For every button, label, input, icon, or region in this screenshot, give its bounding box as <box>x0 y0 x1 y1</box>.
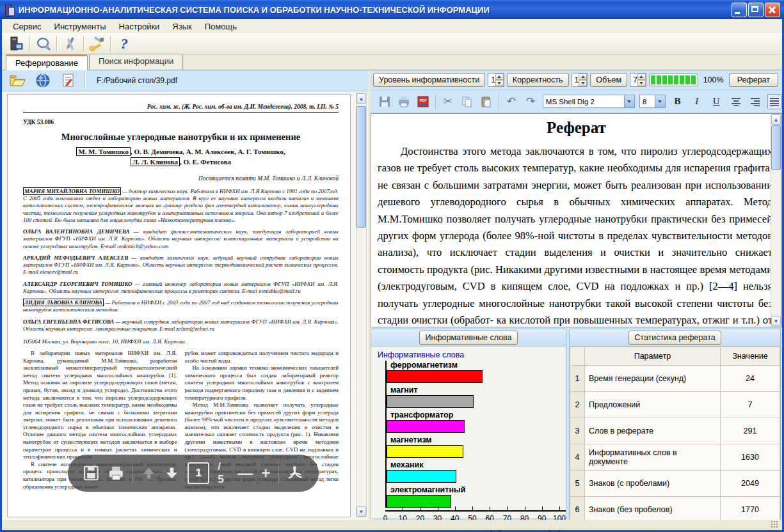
menu-service[interactable]: Сервис <box>7 20 47 33</box>
doc-paragraph: В лаборатории новых материалов НИФХИ им.… <box>23 350 177 461</box>
app-icon <box>4 4 15 16</box>
chart-bar <box>387 370 483 383</box>
row-number: 6 <box>570 497 585 523</box>
table-row[interactable]: 6Знаков (без пробелов)1770 <box>570 497 780 523</box>
search-button[interactable] <box>33 35 54 54</box>
referat-button[interactable]: Реферат <box>729 73 778 87</box>
scroll-down-icon[interactable]: ▼ <box>356 506 366 517</box>
maximize-button[interactable] <box>748 3 764 17</box>
minimize-button[interactable] <box>732 3 747 17</box>
web-source-button[interactable] <box>31 72 54 90</box>
open-file-button[interactable] <box>6 72 29 90</box>
value-column-header: Значение <box>721 347 780 366</box>
close-button[interactable] <box>765 3 780 17</box>
spin-down-icon[interactable] <box>637 80 646 86</box>
value-cell: 7 <box>721 392 780 418</box>
table-row[interactable]: 1Время генерации (секунд)24 <box>570 366 780 392</box>
italic-icon: I <box>695 96 698 107</box>
italic-button[interactable]: I <box>689 94 704 109</box>
copy-button[interactable] <box>460 94 474 109</box>
table-row[interactable]: 4Информативных слов в документе1630 <box>570 444 780 471</box>
menu-settings[interactable]: Настройки <box>113 20 166 33</box>
volume-spinner[interactable]: 7 <box>630 73 646 87</box>
volume-label[interactable]: Объем <box>590 73 627 87</box>
spin-up-icon[interactable] <box>637 74 646 80</box>
doc-author-name: , О. В. Демичева, А. М. Алексеев, А. Г. … <box>131 148 285 155</box>
print-button[interactable] <box>396 94 411 109</box>
spin-up-icon[interactable] <box>579 74 587 80</box>
resize-grip[interactable] <box>771 520 778 528</box>
font-size-select[interactable]: 8 <box>639 95 666 108</box>
page-number-input[interactable]: 1 <box>188 462 209 484</box>
pdf-viewer[interactable]: Рос. хим. ж. (Ж. Рос. хим. об-ва им. Д.И… <box>2 91 368 520</box>
doc-journal-line: Рос. хим. ж. (Ж. Рос. хим. об-ва им. Д.И… <box>23 104 339 113</box>
pdf-scrollbar[interactable]: ▲ ▼ <box>356 93 367 517</box>
doc-bio-name: АЛЕКСАНДР ГЕОРГИЕВИЧ ТОМИШКО <box>23 281 132 287</box>
chart-plot-area: ферромагнетизммагниттрансформатормагнети… <box>385 361 566 508</box>
annotate-button[interactable] <box>57 72 80 90</box>
correctness-label[interactable]: Корректность <box>507 73 569 87</box>
spin-down-icon[interactable] <box>579 80 587 86</box>
align-right-button[interactable] <box>748 94 762 109</box>
exit-button[interactable] <box>6 35 28 54</box>
app-window: ИНФОРМАЦИОННО-АНАЛИТИЧЕСКАЯ СИСТЕМА ПОИС… <box>0 0 784 532</box>
save-button[interactable] <box>377 94 392 109</box>
menu-language[interactable]: Язык <box>166 20 197 33</box>
menu-instruments[interactable]: Инструменты <box>49 20 112 33</box>
informative-words-button[interactable]: Информативные слова <box>419 331 517 345</box>
edit-button[interactable] <box>60 35 81 54</box>
justify-button[interactable] <box>767 94 782 109</box>
chart-bar-row: электромагнитный <box>387 485 566 508</box>
axis-tick <box>559 506 560 511</box>
acrobat-icon[interactable] <box>287 465 303 481</box>
align-center-icon <box>731 97 741 106</box>
axis-tick <box>490 506 490 511</box>
export-pdf-button[interactable]: PDF <box>416 94 431 109</box>
align-center-button[interactable] <box>728 94 743 109</box>
print-icon[interactable] <box>108 465 125 481</box>
cut-button[interactable]: ✂ <box>440 94 455 109</box>
zoom-in-icon[interactable]: + <box>261 465 270 481</box>
referat-scrollbar-thumb[interactable] <box>771 125 781 170</box>
chevron-down-icon[interactable] <box>655 95 665 107</box>
font-select[interactable]: MS Shell Dlg 2 <box>543 95 635 108</box>
tools-button[interactable] <box>86 35 108 54</box>
save-icon[interactable] <box>83 465 99 481</box>
zoom-out-icon[interactable]: — <box>237 465 253 481</box>
tab-referat[interactable]: Реферирование <box>6 54 88 70</box>
chevron-down-icon[interactable] <box>624 95 634 107</box>
table-row[interactable]: 2Предложений7 <box>570 392 780 418</box>
pdf-overlay-toolbar: 1 / 5 — + <box>68 455 319 492</box>
paste-button[interactable] <box>479 94 494 109</box>
scroll-up-icon[interactable]: ▲ <box>356 93 366 104</box>
spin-down-icon[interactable] <box>495 80 504 86</box>
scroll-down-icon[interactable]: ▼ <box>771 316 781 326</box>
undo-button[interactable]: ↶ <box>504 94 518 109</box>
font-select-value: MS Shell Dlg 2 <box>543 98 624 106</box>
redo-button[interactable]: ↷ <box>523 94 538 109</box>
axis-tick <box>525 506 525 511</box>
spin-up-icon[interactable] <box>495 74 504 80</box>
informativeness-level-label[interactable]: Уровень информативности <box>373 73 485 87</box>
page-down-icon[interactable] <box>164 465 179 481</box>
parameter-cell: Информативных слов в документе <box>585 444 721 471</box>
underline-button[interactable]: U <box>709 94 724 109</box>
table-row[interactable]: 5Знаков (с пробелами)2049 <box>570 471 780 497</box>
page-up-icon[interactable] <box>141 465 156 481</box>
bold-button[interactable]: B <box>670 94 685 109</box>
referat-scrollbar[interactable]: ▲ ▼ <box>771 114 781 327</box>
help-button[interactable]: ? <box>113 35 135 54</box>
scroll-up-icon[interactable]: ▲ <box>771 114 781 125</box>
pdf-scrollbar-thumb[interactable] <box>356 106 366 228</box>
referat-text-area[interactable]: Реферат Достоинства этого метода заключа… <box>371 113 782 327</box>
referat-statistics-button[interactable]: Статистика реферата <box>628 331 721 345</box>
chart-bar-row: механик <box>387 460 566 483</box>
value-cell: 1630 <box>721 444 780 471</box>
toolbar-separator <box>435 94 436 109</box>
table-row[interactable]: 3Слов в реферате291 <box>570 418 780 444</box>
copy-icon <box>461 96 473 107</box>
menu-help[interactable]: Помощь <box>199 20 243 33</box>
informativeness-level-spinner[interactable]: 1 <box>488 73 504 87</box>
correctness-spinner[interactable]: 1 <box>572 73 588 87</box>
tab-search[interactable]: Поиск информации <box>89 54 183 70</box>
